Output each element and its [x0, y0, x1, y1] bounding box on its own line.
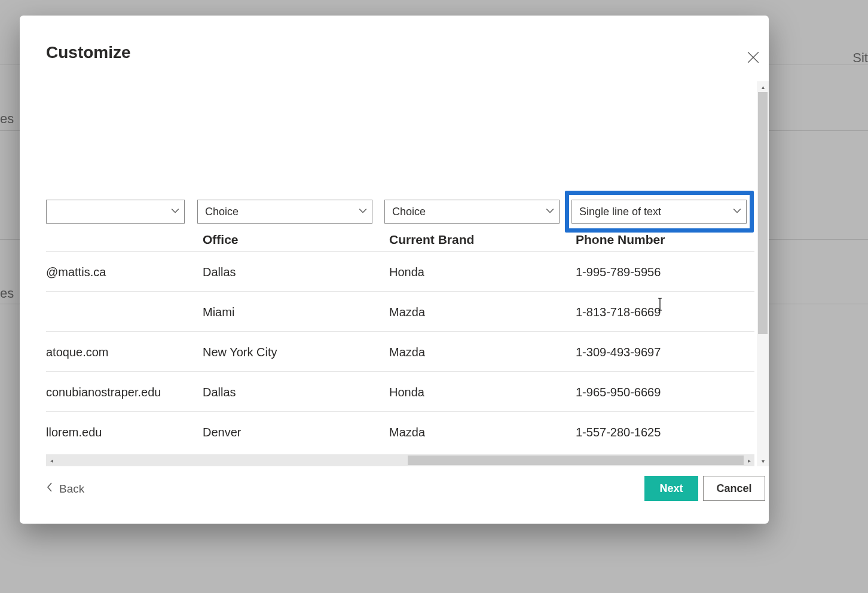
cell-email-fragment: atoque.com: [46, 346, 109, 359]
column-header-current-brand[interactable]: Current Brand: [389, 233, 474, 247]
row-divider: [46, 291, 754, 292]
next-button[interactable]: Next: [644, 476, 698, 501]
close-button[interactable]: [741, 47, 765, 71]
cell-office: Dallas: [203, 265, 236, 279]
cell-phone: 1-813-718-6669: [576, 305, 661, 319]
dropdown-value: Choice: [205, 206, 239, 218]
cancel-label: Cancel: [716, 482, 751, 495]
cell-email-fragment: llorem.edu: [46, 426, 102, 439]
scroll-down-arrow-icon[interactable]: ▾: [757, 456, 769, 466]
back-label: Back: [59, 482, 84, 496]
column-type-dropdown-0[interactable]: [46, 200, 185, 224]
row-divider: [46, 251, 754, 252]
column-header-office[interactable]: Office: [203, 233, 239, 247]
scroll-up-arrow-icon[interactable]: ▴: [757, 81, 769, 92]
cell-office: Denver: [203, 426, 241, 439]
row-divider: [46, 331, 754, 332]
cancel-button[interactable]: Cancel: [703, 476, 765, 501]
scroll-thumb-horizontal[interactable]: [408, 456, 744, 465]
dialog-footer: Back Next Cancel: [46, 476, 765, 506]
scroll-left-arrow-icon[interactable]: ◂: [46, 454, 57, 466]
cell-email-fragment: @mattis.ca: [46, 265, 106, 279]
horizontal-scrollbar[interactable]: ◂ ▸: [46, 454, 754, 466]
cell-office: Miami: [203, 305, 234, 319]
column-header-phone-number[interactable]: Phone Number: [576, 233, 665, 247]
scroll-thumb-vertical[interactable]: [758, 92, 768, 334]
cell-phone: 1-995-789-5956: [576, 265, 661, 279]
row-divider: [46, 411, 754, 412]
customize-dialog: Customize ▴ ▾ Choice Choice Single line …: [20, 16, 769, 524]
back-button[interactable]: Back: [46, 482, 84, 496]
bg-text-es-1: es: [0, 111, 14, 127]
dropdown-value: Single line of text: [579, 206, 661, 218]
next-label: Next: [659, 482, 683, 495]
bg-text-es-2: es: [0, 286, 14, 301]
cell-phone: 1-557-280-1625: [576, 426, 661, 439]
row-divider: [46, 371, 754, 372]
chevron-down-icon: [171, 206, 179, 218]
cell-office: New York City: [203, 346, 277, 359]
close-icon: [747, 51, 759, 66]
chevron-down-icon: [359, 206, 367, 218]
cell-phone: 1-965-950-6669: [576, 386, 661, 399]
cell-brand: Honda: [389, 265, 424, 279]
cell-brand: Mazda: [389, 426, 425, 439]
chevron-down-icon: [733, 206, 741, 218]
chevron-down-icon: [546, 206, 554, 218]
cell-office: Dallas: [203, 386, 236, 399]
cell-brand: Mazda: [389, 305, 425, 319]
cell-phone: 1-309-493-9697: [576, 346, 661, 359]
scroll-right-arrow-icon[interactable]: ▸: [744, 454, 754, 466]
cell-brand: Mazda: [389, 346, 425, 359]
dropdown-value: Choice: [392, 206, 426, 218]
cell-email-fragment: conubianostraper.edu: [46, 386, 161, 399]
dialog-title: Customize: [46, 43, 131, 62]
bg-text-sit: Sit: [852, 50, 868, 66]
column-type-dropdown-1[interactable]: Choice: [197, 200, 372, 224]
chevron-left-icon: [46, 482, 53, 496]
vertical-scrollbar[interactable]: ▴ ▾: [757, 81, 769, 466]
cell-brand: Honda: [389, 386, 424, 399]
column-type-dropdown-3[interactable]: Single line of text: [571, 200, 747, 224]
column-type-dropdown-2[interactable]: Choice: [384, 200, 560, 224]
